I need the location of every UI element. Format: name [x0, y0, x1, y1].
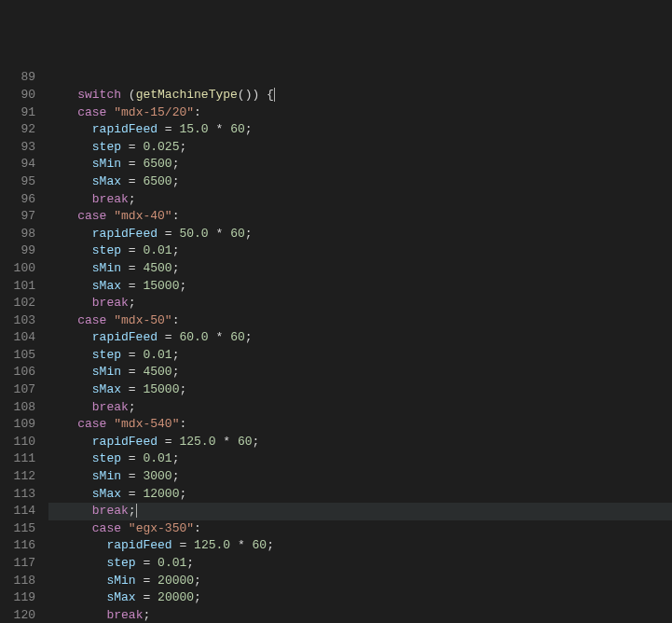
code-line[interactable]: sMin = 6500;: [48, 156, 672, 173]
line-number: 111: [0, 450, 35, 468]
token-n: 15000: [143, 279, 179, 293]
token-p: [121, 279, 129, 293]
token-p: ;: [245, 227, 253, 241]
token-n: 6500: [143, 174, 171, 188]
token-op: =: [129, 279, 136, 293]
token-v: sMax: [92, 382, 121, 396]
token-p: [121, 382, 129, 396]
token-k: case: [77, 417, 106, 431]
token-p: :: [172, 313, 180, 327]
token-p: ;: [194, 574, 201, 588]
token-p: ()): [238, 88, 267, 102]
token-p: ;: [179, 279, 186, 293]
token-op: =: [129, 382, 136, 396]
code-line[interactable]: case "mdx-40":: [48, 208, 672, 226]
token-v: step: [92, 243, 121, 257]
token-p: [186, 538, 194, 552]
code-line[interactable]: rapidFeed = 60.0 * 60;: [48, 329, 672, 347]
token-v: step: [92, 348, 121, 362]
code-line[interactable]: sMax = 15000;: [48, 381, 672, 399]
code-line[interactable]: sMax = 15000;: [48, 278, 672, 296]
line-number: 107: [0, 381, 35, 399]
token-p: [121, 469, 129, 483]
token-k: case: [77, 105, 106, 119]
token-p: [223, 122, 230, 136]
code-line[interactable]: break;: [48, 191, 672, 209]
token-k: break: [106, 608, 143, 622]
token-p: ;: [172, 174, 180, 188]
token-v: sMax: [92, 279, 121, 293]
code-line[interactable]: sMin = 4500;: [48, 260, 672, 278]
code-line[interactable]: step = 0.01;: [48, 450, 672, 468]
token-p: (: [121, 88, 136, 102]
token-k: case: [77, 209, 106, 223]
code-line[interactable]: switch (getMachineType()) {: [48, 87, 672, 104]
token-p: {: [267, 88, 274, 102]
code-line[interactable]: step = 0.025;: [48, 139, 672, 157]
token-v: sMax: [106, 590, 135, 604]
code-line[interactable]: [48, 69, 672, 87]
code-line[interactable]: rapidFeed = 125.0 * 60;: [48, 434, 672, 451]
code-line[interactable]: break;: [48, 399, 672, 417]
token-v: rapidFeed: [92, 435, 158, 449]
code-line[interactable]: sMin = 3000;: [48, 468, 672, 486]
token-p: ;: [172, 451, 180, 465]
token-p: [223, 227, 230, 241]
code-line[interactable]: sMin = 4500;: [48, 364, 672, 381]
line-number: 99: [0, 242, 35, 260]
token-n: 60: [230, 122, 245, 136]
code-line[interactable]: step = 0.01;: [48, 242, 672, 260]
token-op: =: [129, 157, 136, 171]
line-number: 108: [0, 399, 35, 417]
line-number: 117: [0, 555, 35, 573]
code-line[interactable]: step = 0.01;: [48, 347, 672, 365]
code-line[interactable]: break;: [48, 295, 672, 312]
token-p: ;: [129, 400, 136, 414]
token-n: 0.01: [143, 348, 171, 362]
line-number: 102: [0, 295, 35, 312]
code-line[interactable]: break;: [48, 607, 672, 623]
token-p: [121, 140, 129, 154]
code-line[interactable]: rapidFeed = 50.0 * 60;: [48, 226, 672, 243]
token-v: step: [92, 451, 121, 465]
code-line[interactable]: case "mdx-15/20":: [48, 104, 672, 122]
token-p: [223, 330, 230, 344]
token-op: =: [129, 469, 136, 483]
token-v: step: [92, 140, 121, 154]
token-p: :: [172, 209, 180, 223]
token-p: [121, 348, 129, 362]
line-number: 118: [0, 573, 35, 590]
token-n: 3000: [143, 469, 171, 483]
code-line[interactable]: step = 0.01;: [48, 555, 672, 573]
line-number: 98: [0, 226, 35, 243]
token-p: ;: [179, 382, 186, 396]
code-line[interactable]: sMax = 12000;: [48, 486, 672, 504]
token-p: ;: [129, 296, 136, 310]
code-line[interactable]: rapidFeed = 15.0 * 60;: [48, 121, 672, 139]
token-p: :: [194, 521, 201, 535]
token-fn: getMachineType: [136, 88, 238, 102]
token-op: =: [165, 435, 172, 449]
code-line[interactable]: case "mdx-50":: [48, 312, 672, 330]
code-editor[interactable]: 8990919293949596979899100101102103104105…: [0, 69, 672, 623]
code-line[interactable]: rapidFeed = 125.0 * 60;: [48, 537, 672, 555]
token-s: "mdx-40": [114, 209, 171, 223]
token-k: case: [77, 313, 106, 327]
code-line[interactable]: sMin = 20000;: [48, 573, 672, 590]
code-line[interactable]: break;: [48, 503, 672, 520]
token-s: "mdx-15/20": [114, 105, 194, 119]
token-op: =: [129, 174, 136, 188]
token-p: [150, 556, 158, 570]
token-p: ;: [172, 243, 180, 257]
token-n: 20000: [158, 590, 194, 604]
code-line[interactable]: sMax = 6500;: [48, 173, 672, 191]
token-v: sMin: [92, 365, 121, 379]
code-line[interactable]: sMax = 20000;: [48, 589, 672, 607]
code-area[interactable]: switch (getMachineType()) { case "mdx-15…: [48, 69, 672, 623]
line-number: 101: [0, 278, 35, 296]
token-op: =: [129, 261, 136, 275]
line-number: 114: [0, 503, 35, 520]
code-line[interactable]: case "egx-350":: [48, 520, 672, 538]
code-line[interactable]: case "mdx-540":: [48, 416, 672, 434]
token-n: 15.0: [179, 122, 208, 136]
